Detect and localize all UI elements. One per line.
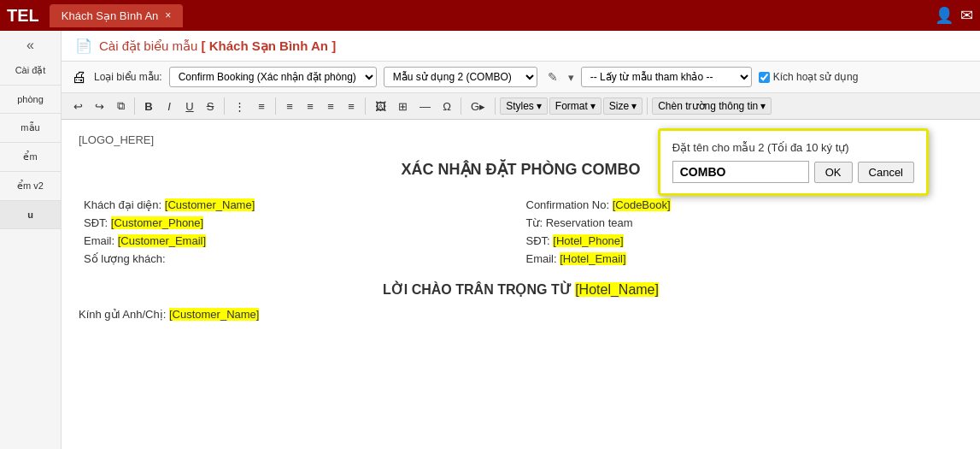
sep4 xyxy=(365,97,366,115)
edit-sample-name-btn[interactable]: ✎ xyxy=(544,68,561,86)
italic-btn[interactable]: I xyxy=(160,97,179,115)
image-btn[interactable]: 🖼 xyxy=(370,97,391,115)
align-left-btn[interactable]: ≡ xyxy=(280,97,299,115)
form-type-select[interactable]: Confirm Booking (Xác nhận đặt phòng) xyxy=(169,67,377,87)
sidebar-collapse-btn[interactable]: « xyxy=(0,34,61,56)
content-area: 📄 Cài đặt biểu mẫu [ Khách Sạn Bình An ]… xyxy=(62,31,980,449)
toolbar-row: 🖨 Loại biểu mẫu: Confirm Booking (Xác nh… xyxy=(62,62,980,93)
ref-sample-select[interactable]: -- Lấy từ mẫu tham khảo -- xyxy=(581,67,752,87)
page-header-title: Cài đặt biểu mẫu [ Khách Sạn Bình An ] xyxy=(99,38,336,54)
popup-cancel-btn[interactable]: Cancel xyxy=(858,162,914,183)
main-layout: « Cài đặt phòng mẫu ểm ểm v2 u 📄 Cài đặt… xyxy=(0,31,980,449)
popup-overlay: Đặt tên cho mẫu 2 (Tối đa 10 ký tự) OK C… xyxy=(62,120,980,449)
form-type-label: Loại biểu mẫu: xyxy=(94,71,162,83)
sidebar: « Cài đặt phòng mẫu ểm ểm v2 u xyxy=(0,31,62,449)
tab-label: Khách Sạn Bình An xyxy=(62,9,159,22)
sidebar-item-phong[interactable]: phòng xyxy=(0,86,61,114)
special-char-btn[interactable]: Ω xyxy=(437,97,456,115)
sidebar-item-caidat[interactable]: Cài đặt xyxy=(0,56,61,86)
copy-btn[interactable]: ⧉ xyxy=(111,97,130,115)
popup-ok-btn[interactable]: OK xyxy=(814,162,853,183)
rename-dialog: Đặt tên cho mẫu 2 (Tối đa 10 ký tự) OK C… xyxy=(658,128,929,196)
title-bar-icons: 👤 ✉ xyxy=(935,6,973,25)
strike-btn[interactable]: S xyxy=(201,97,220,115)
sep5 xyxy=(461,97,461,115)
align-right-btn[interactable]: ≡ xyxy=(321,97,340,115)
popup-label: Đặt tên cho mẫu 2 (Tối đa 10 ký tự) xyxy=(672,141,914,154)
underline-btn[interactable]: U xyxy=(180,97,199,115)
sep2 xyxy=(224,97,225,115)
chevron-icon: ▾ xyxy=(568,71,574,84)
app-logo: TEL xyxy=(7,6,39,26)
insert-field-dropdown[interactable]: Chèn trường thông tin ▾ xyxy=(652,97,772,115)
undo-btn[interactable]: ↩ xyxy=(68,97,88,115)
user-icon[interactable]: 👤 xyxy=(935,6,954,25)
popup-name-input[interactable] xyxy=(672,161,809,183)
table-btn[interactable]: ⊞ xyxy=(393,97,413,115)
title-bar: TEL Khách Sạn Bình An × 👤 ✉ xyxy=(0,0,980,31)
printer-icon: 🖨 xyxy=(72,68,87,86)
activate-checkbox[interactable] xyxy=(759,72,770,83)
format-dropdown[interactable]: Format ▾ xyxy=(549,97,601,115)
sidebar-item-u[interactable]: u xyxy=(0,201,61,229)
redo-btn[interactable]: ↪ xyxy=(90,97,109,115)
page-header: 📄 Cài đặt biểu mẫu [ Khách Sạn Bình An ] xyxy=(62,31,980,62)
sep7 xyxy=(647,97,648,115)
hr-btn[interactable]: — xyxy=(414,97,436,115)
browser-tab[interactable]: Khách Sạn Bình An × xyxy=(50,4,184,27)
styles-dropdown[interactable]: Styles ▾ xyxy=(500,97,548,115)
size-dropdown[interactable]: Size ▾ xyxy=(603,97,643,115)
sample-select[interactable]: Mẫu sử dụng 2 (COMBO) xyxy=(384,67,537,87)
sidebar-item-em[interactable]: ểm xyxy=(0,143,61,172)
editor-toolbar: ↩ ↪ ⧉ B I U S ⋮ ≡ ≡ ≡ ≡ ≡ 🖼 ⊞ — Ω G▸ Sty xyxy=(62,93,980,120)
bold-btn[interactable]: B xyxy=(139,97,158,115)
popup-input-row: OK Cancel xyxy=(672,161,914,183)
sep3 xyxy=(275,97,276,115)
sidebar-item-emv2[interactable]: ểm v2 xyxy=(0,172,61,201)
page-header-icon: 📄 xyxy=(75,38,92,54)
activate-checkbox-label[interactable]: Kích hoạt sử dụng xyxy=(759,71,859,83)
align-justify-btn[interactable]: ≡ xyxy=(342,97,361,115)
tab-close-icon[interactable]: × xyxy=(165,9,171,21)
editor-area[interactable]: Đặt tên cho mẫu 2 (Tối đa 10 ký tự) OK C… xyxy=(62,120,980,449)
mail-icon[interactable]: ✉ xyxy=(960,6,973,25)
sidebar-item-mau[interactable]: mẫu xyxy=(0,114,61,143)
sep1 xyxy=(134,97,135,115)
sep6 xyxy=(495,97,496,115)
ol-btn[interactable]: ⋮ xyxy=(229,97,250,115)
ul-btn[interactable]: ≡ xyxy=(252,97,271,115)
align-center-btn[interactable]: ≡ xyxy=(301,97,320,115)
more-btn[interactable]: G▸ xyxy=(466,97,490,115)
